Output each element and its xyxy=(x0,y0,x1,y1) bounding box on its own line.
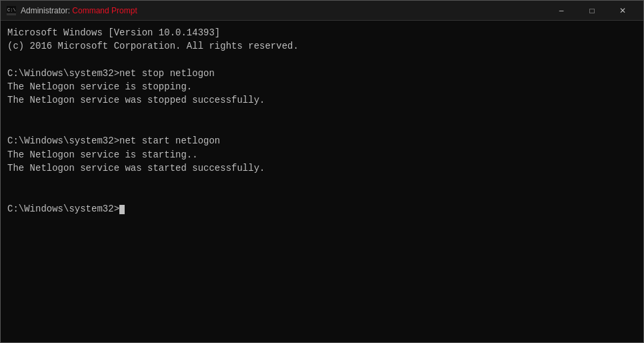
window-controls: – □ ✕ xyxy=(546,1,638,21)
output-line-3: C:\Windows\system32>net stop netlogon xyxy=(7,67,637,80)
output-line-1: Microsoft Windows [Version 10.0.14393] xyxy=(7,26,637,39)
blank-line-2 xyxy=(7,107,637,121)
output-line-6: C:\Windows\system32>net start netlogon xyxy=(7,134,637,147)
blank-line-4 xyxy=(7,175,637,188)
blank-line-1 xyxy=(7,53,637,67)
output-line-2: (c) 2016 Microsoft Corporation. All righ… xyxy=(7,39,637,53)
blank-line-3 xyxy=(7,121,637,134)
cmd-window: C:\ Administrator: Command Prompt – □ ✕ … xyxy=(0,0,644,343)
console-output[interactable]: Microsoft Windows [Version 10.0.14393] (… xyxy=(1,21,643,342)
minimize-button[interactable]: – xyxy=(546,1,577,21)
close-button[interactable]: ✕ xyxy=(607,1,638,21)
output-line-8: The Netlogon service was started success… xyxy=(7,161,637,175)
svg-rect-3 xyxy=(7,13,16,15)
output-line-7: The Netlogon service is starting.. xyxy=(7,148,637,161)
svg-text:C:\: C:\ xyxy=(7,7,16,13)
blank-line-5 xyxy=(7,189,637,202)
prompt-line: C:\Windows\system32> xyxy=(7,202,637,216)
cursor-blink xyxy=(119,205,125,214)
output-line-5: The Netlogon service was stopped success… xyxy=(7,93,637,107)
maximize-button[interactable]: □ xyxy=(577,1,607,21)
title-bar: C:\ Administrator: Command Prompt – □ ✕ xyxy=(1,1,643,21)
output-line-4: The Netlogon service is stopping. xyxy=(7,80,637,93)
window-title: Administrator: Command Prompt xyxy=(21,6,546,15)
cmd-icon: C:\ xyxy=(6,5,17,16)
